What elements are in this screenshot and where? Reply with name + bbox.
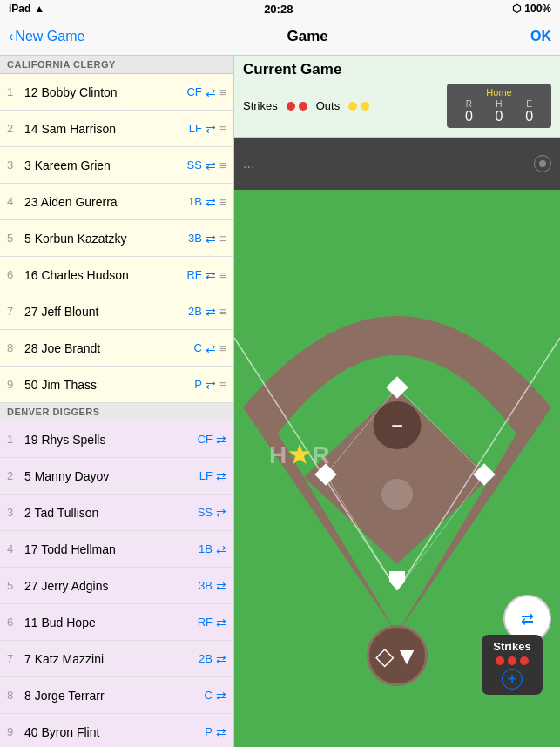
swap-player-icon[interactable]: ⇄ [216,616,226,629]
hr-r: R [312,441,331,468]
player-name: 5 Korbun Kazatzky [21,232,178,246]
swap-player-icon[interactable]: ⇄ [206,85,216,99]
swap-player-icon[interactable]: ⇄ [206,305,216,319]
hr-text: H★R [269,441,331,469]
scorebox-title: Home [454,87,544,98]
player-name: 19 Rhys Spells [21,433,188,447]
lineup-row[interactable]: 77 Katz Mazzini2B⇄ [0,641,233,677]
swap-player-icon[interactable]: ⇄ [206,341,216,355]
outs-dots [348,102,369,111]
team-header-away: DENVER DIGGERS [0,403,233,421]
menu-icon[interactable]: ≡ [219,378,226,392]
lineup-row[interactable]: 214 Sam HarrisonLF⇄≡ [0,111,233,147]
batting-order: 9 [7,378,21,391]
swap-player-icon[interactable]: ⇄ [206,268,216,282]
swap-player-icon[interactable]: ⇄ [216,689,226,703]
strike-dot-2 [299,102,307,111]
swap-player-icon[interactable]: ⇄ [206,378,216,392]
video-dots: ... [243,156,254,172]
lineup-row[interactable]: 940 Byron FlintP⇄ [0,714,233,747]
batting-order: 4 [7,195,21,208]
lineup-row[interactable]: 88 Jorge TerrarrC⇄ [0,677,233,714]
batting-order: 4 [7,542,21,555]
minus-icon: − [391,414,403,438]
lineup-row[interactable]: 33 Kareem GrienSS⇄≡ [0,147,233,184]
menu-icon[interactable]: ≡ [219,195,226,209]
ok-button[interactable]: OK [530,29,551,44]
lineup-row[interactable]: 727 Jeff Blount2B⇄≡ [0,293,233,330]
lineup-row[interactable]: 423 Aiden Gurerra1B⇄≡ [0,184,233,220]
r-value: 0 [465,109,473,124]
plus-button[interactable]: + [502,669,523,690]
player-name: 11 Bud Hope [21,616,188,629]
player-position: C [188,689,213,702]
lineup-row[interactable]: 119 Rhys SpellsCF⇄ [0,421,233,458]
swap-player-icon[interactable]: ⇄ [216,579,226,593]
battery-label: 100% [524,3,551,15]
lineup-row[interactable]: 828 Joe BrandtC⇄≡ [0,330,233,367]
score-r-col: R 0 [465,99,473,124]
batting-order: 7 [7,652,21,665]
swap-icon: ⇄ [521,609,534,629]
out-dot-1 [348,102,357,111]
swap-player-icon[interactable]: ⇄ [206,232,216,246]
lineup-row[interactable]: 527 Jerry Adgins3B⇄ [0,568,233,604]
player-position: 2B [178,305,202,318]
swap-player-icon[interactable]: ⇄ [216,542,226,556]
carrier-label: iPad [9,3,30,15]
lineup-row[interactable]: 25 Manny DayovLF⇄ [0,458,233,495]
swap-player-icon[interactable]: ⇄ [206,158,216,172]
batting-order: 8 [7,341,21,354]
video-circle-inner [539,160,546,167]
player-position: 1B [188,542,213,555]
player-position: LF [188,469,213,482]
menu-icon[interactable]: ≡ [219,268,226,282]
lineup-row[interactable]: 611 Bud HopeRF⇄ [0,604,233,641]
lineup-row[interactable]: 112 Bobby ClintonCF⇄≡ [0,74,233,111]
menu-icon[interactable]: ≡ [219,232,226,246]
field-header: Current Game Strikes Outs Home R [234,56,560,138]
menu-icon[interactable]: ≡ [219,85,226,99]
lineup-row[interactable]: 32 Tad TullisonSS⇄ [0,495,233,531]
swap-player-icon[interactable]: ⇄ [216,506,226,520]
baseball-field: H★R − ◇▼ ⇄ Strikes + [234,190,560,747]
swap-player-icon[interactable]: ⇄ [206,122,216,136]
player-position: 1B [178,195,202,208]
menu-icon[interactable]: ≡ [219,341,226,355]
lineup-row[interactable]: 55 Korbun Kazatzky3B⇄≡ [0,220,233,257]
pitch-icon: ◇▼ [375,642,419,670]
player-name: 17 Todd Hellman [21,542,188,556]
bluetooth-icon: ⬡ [512,3,521,15]
field-panel: Current Game Strikes Outs Home R [234,56,560,747]
swap-player-icon[interactable]: ⇄ [206,195,216,209]
menu-icon[interactable]: ≡ [219,158,226,172]
player-position: SS [188,506,213,519]
swap-player-icon[interactable]: ⇄ [216,469,226,483]
menu-icon[interactable]: ≡ [219,305,226,319]
player-name: 40 Byron Flint [21,725,188,739]
player-position: 3B [178,232,202,245]
status-bar: iPad ▲ 20:28 ⬡ 100% [0,0,560,17]
lineup-row[interactable]: 616 Charles HudsonRF⇄≡ [0,257,233,293]
main-container: CALIFORNIA CLERGY112 Bobby ClintonCF⇄≡21… [0,56,560,747]
swap-player-icon[interactable]: ⇄ [216,433,226,447]
batting-order: 6 [7,268,21,281]
pitch-button[interactable]: ◇▼ [367,625,428,686]
player-name: 27 Jeff Blount [21,305,178,319]
player-name: 7 Katz Mazzini [21,652,188,666]
back-label: New Game [15,29,84,44]
e-label: E [525,99,533,109]
menu-icon[interactable]: ≡ [219,122,226,136]
swap-player-icon[interactable]: ⇄ [216,725,226,739]
runner-button[interactable]: − [374,401,422,449]
player-name: 3 Kareem Grien [21,158,178,172]
back-button[interactable]: ‹ New Game [9,29,84,44]
strikes-add-button[interactable]: Strikes + [482,635,543,695]
strikes-btn-dots [490,656,534,665]
score-e-col: E 0 [525,99,533,124]
lineup-row[interactable]: 950 Jim ThassP⇄≡ [0,367,233,403]
batting-order: 5 [7,232,21,245]
swap-player-icon[interactable]: ⇄ [216,652,226,666]
player-position: SS [178,158,202,172]
lineup-row[interactable]: 417 Todd Hellman1B⇄ [0,531,233,568]
